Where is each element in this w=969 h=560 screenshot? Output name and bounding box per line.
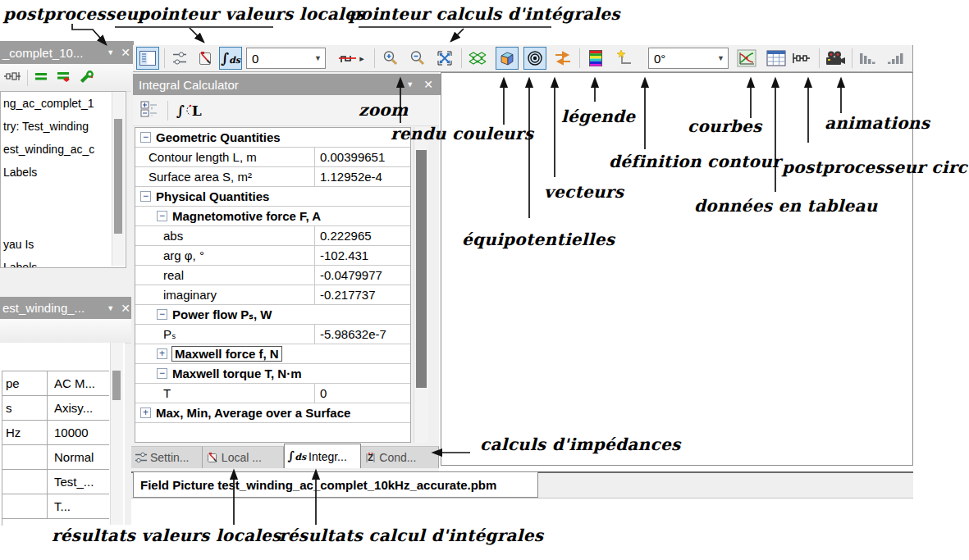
collapse-toggle-icon[interactable]: −	[140, 191, 151, 202]
phase-value: 0°	[649, 52, 714, 66]
local-values-pointer-button[interactable]	[194, 47, 217, 70]
tree-item[interactable]: try: Test_winding	[3, 120, 89, 133]
tree-scrollbar[interactable]	[112, 92, 125, 266]
panel-title: _complet_10...	[2, 46, 83, 60]
group-label: Max, Min, Average over a Surface	[156, 406, 350, 420]
integral-calculator-titlebar: Integral Calculator ▼ ✕	[133, 74, 441, 95]
annotation-integral-calc-pointer: pointeur calculs d'intégrales	[349, 4, 620, 24]
zoom-in-button[interactable]	[379, 47, 402, 70]
phase-dropdown[interactable]: 0° ▼	[648, 48, 729, 69]
tab-local-values[interactable]: Local ...	[203, 446, 284, 468]
annotation-impedance-calc: calculs d'impédances	[480, 435, 681, 454]
scrollbar-thumb[interactable]	[112, 371, 121, 400]
quantity-label: arg φ, °	[135, 248, 204, 262]
collapse-toggle-icon[interactable]: −	[140, 132, 151, 143]
equals-red-diamond-icon[interactable]	[56, 69, 72, 86]
wrench-icon[interactable]	[78, 69, 96, 86]
tree-item[interactable]: Labels	[3, 261, 37, 268]
mesh-button[interactable]	[466, 47, 489, 70]
equals-green-icon[interactable]	[34, 69, 50, 86]
annotation-local-values-pointer: pointeur valeurs locales	[138, 4, 365, 24]
document-tab[interactable]: Field Picture test_winding_ac_complet_10…	[133, 471, 538, 498]
table-data-button[interactable]	[765, 47, 788, 70]
histogram-ascending-button[interactable]	[884, 47, 907, 70]
dropdown-arrow-icon[interactable]: ▼	[311, 48, 325, 68]
panel-collapse-icon[interactable]: ▼	[107, 48, 114, 57]
scrollbar-thumb[interactable]	[114, 119, 122, 234]
property-value: Test_...	[48, 475, 94, 489]
annotation-postprocessor: postprocesseur	[3, 4, 147, 24]
postprocessor-panel-titlebar: _complet_10... ▼ ✕	[0, 41, 134, 64]
table-row: −Physical Quantities	[135, 187, 410, 207]
application-window: _complet_10... ▼ ✕ ng_ac_complet_1 try: …	[0, 0, 969, 560]
animation-button[interactable]	[824, 47, 847, 70]
table-row: −Geometric Quantities	[135, 128, 410, 148]
quantity-label: Surface area S, m²	[135, 170, 252, 184]
panel-close-icon[interactable]: ✕	[121, 46, 130, 59]
contour-definition-button[interactable]	[614, 47, 637, 70]
group-label: Physical Quantities	[156, 189, 269, 203]
equipotentials-button[interactable]	[523, 47, 546, 70]
panel-close-icon[interactable]: ✕	[423, 78, 433, 91]
dropdown-arrow-icon[interactable]: ▼	[714, 48, 728, 68]
tab-conductors-impedance[interactable]: Z Cond...	[361, 446, 439, 468]
annotation-table-data: données en tableau	[694, 196, 878, 216]
result-tabs: Settin... Local ... ∫ds Integr... Z Cond…	[131, 444, 439, 468]
scrollbar-thumb[interactable]	[416, 150, 427, 388]
settings-sliders-button[interactable]	[168, 47, 191, 70]
calculator-scrollbar[interactable]	[414, 127, 428, 443]
problem-panel-titlebar: est_winding_... ▼ ✕	[0, 297, 134, 319]
panel-collapse-icon[interactable]: ▼	[107, 304, 114, 312]
tree-item[interactable]: est_winding_ac_c	[3, 143, 94, 156]
legend-button[interactable]	[584, 47, 607, 70]
table-row: imaginary-0.217737	[135, 285, 410, 305]
annotation-zoom: zoom	[359, 100, 408, 120]
color-map-button[interactable]	[496, 47, 519, 70]
collapse-toggle-icon[interactable]: −	[157, 368, 167, 379]
flyout-arrow-icon[interactable]: ▸	[359, 53, 364, 64]
table-row: Pₛ-5.98632e-7	[135, 325, 410, 344]
annotation-circuit-postprocessor: postprocesseur circuit	[782, 157, 969, 177]
tab-settings[interactable]: Settin...	[131, 446, 203, 468]
properties-scrollbar[interactable]	[110, 343, 123, 525]
quantity-value: -102.431	[314, 246, 411, 265]
group-label[interactable]: Maxwell force f, N	[172, 347, 281, 361]
panel-close-icon[interactable]: ✕	[121, 302, 130, 315]
zoom-out-button[interactable]	[406, 47, 429, 70]
quantity-value: 1.12952e-4	[314, 167, 411, 186]
circuit-branch-icon[interactable]	[3, 69, 21, 86]
annotation-curves: courbes	[688, 116, 762, 136]
quantity-value: -0.217737	[314, 285, 411, 304]
panel-title: est_winding_...	[2, 301, 85, 315]
circuit-postprocessor-button[interactable]	[790, 47, 813, 70]
tree-item[interactable]: yau Is	[3, 238, 34, 251]
table-row: Normal	[2, 445, 109, 470]
quantity-value: 0.222965	[314, 226, 411, 245]
pointer-tablet-icon	[206, 451, 219, 464]
expand-all-icon[interactable]	[139, 100, 159, 121]
annotation-local-values-results: résultats valeurs locales	[52, 526, 281, 545]
collapse-toggle-icon[interactable]: +	[157, 348, 167, 359]
tree-item[interactable]: ng_ac_complet_1	[3, 97, 94, 110]
contour-value-dropdown[interactable]: 0 ▼	[246, 48, 326, 69]
panel-collapse-icon[interactable]: ▼	[406, 80, 414, 89]
contour-select-button[interactable]: ▸	[333, 47, 369, 70]
integral-pointer-button[interactable]: ∫ds	[219, 47, 242, 70]
histogram-descending-button[interactable]	[857, 47, 880, 70]
curves-button[interactable]	[735, 47, 758, 70]
zoom-extents-button[interactable]	[433, 47, 456, 70]
integral-contour-icon[interactable]: ∫ L	[176, 102, 202, 119]
collapse-toggle-icon[interactable]: +	[140, 407, 151, 418]
quantity-label: T	[135, 386, 171, 400]
postprocessor-panel-button[interactable]	[136, 47, 159, 70]
vectors-button[interactable]	[551, 47, 574, 70]
tree-item[interactable]: Labels	[3, 166, 37, 179]
sliders-icon	[135, 451, 148, 464]
property-value: Normal	[48, 450, 94, 464]
tab-integral-results[interactable]: ∫ds Integr...	[284, 444, 362, 468]
collapse-toggle-icon[interactable]: −	[157, 211, 167, 221]
table-row: Contour length L, m0.00399651	[135, 148, 410, 167]
table-row: real-0.0479977	[135, 266, 410, 285]
collapse-toggle-icon[interactable]: −	[157, 309, 167, 320]
quantity-label: real	[135, 268, 184, 282]
